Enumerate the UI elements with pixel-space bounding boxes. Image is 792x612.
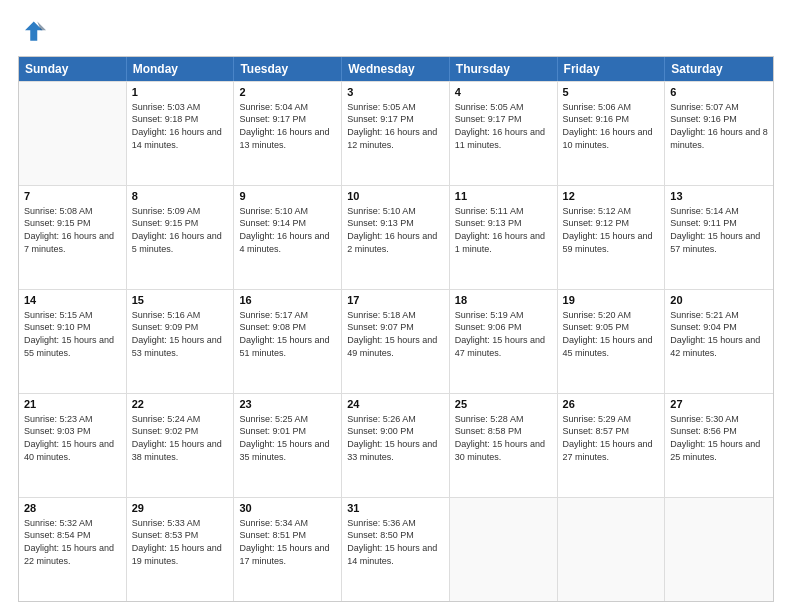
day-info: Sunrise: 5:12 AM Sunset: 9:12 PM Dayligh…: [563, 205, 660, 255]
calendar-row-0: 1Sunrise: 5:03 AM Sunset: 9:18 PM Daylig…: [19, 81, 773, 185]
calendar-cell: 12Sunrise: 5:12 AM Sunset: 9:12 PM Dayli…: [558, 186, 666, 289]
day-info: Sunrise: 5:23 AM Sunset: 9:03 PM Dayligh…: [24, 413, 121, 463]
day-number: 30: [239, 501, 336, 516]
day-info: Sunrise: 5:29 AM Sunset: 8:57 PM Dayligh…: [563, 413, 660, 463]
calendar-cell: 1Sunrise: 5:03 AM Sunset: 9:18 PM Daylig…: [127, 82, 235, 185]
calendar-cell: 16Sunrise: 5:17 AM Sunset: 9:08 PM Dayli…: [234, 290, 342, 393]
day-info: Sunrise: 5:34 AM Sunset: 8:51 PM Dayligh…: [239, 517, 336, 567]
day-number: 6: [670, 85, 768, 100]
calendar-cell: 29Sunrise: 5:33 AM Sunset: 8:53 PM Dayli…: [127, 498, 235, 601]
calendar-cell: 8Sunrise: 5:09 AM Sunset: 9:15 PM Daylig…: [127, 186, 235, 289]
day-info: Sunrise: 5:09 AM Sunset: 9:15 PM Dayligh…: [132, 205, 229, 255]
day-info: Sunrise: 5:08 AM Sunset: 9:15 PM Dayligh…: [24, 205, 121, 255]
day-info: Sunrise: 5:07 AM Sunset: 9:16 PM Dayligh…: [670, 101, 768, 151]
calendar-cell: 31Sunrise: 5:36 AM Sunset: 8:50 PM Dayli…: [342, 498, 450, 601]
day-number: 8: [132, 189, 229, 204]
day-number: 23: [239, 397, 336, 412]
calendar: SundayMondayTuesdayWednesdayThursdayFrid…: [18, 56, 774, 602]
calendar-cell: 15Sunrise: 5:16 AM Sunset: 9:09 PM Dayli…: [127, 290, 235, 393]
day-info: Sunrise: 5:32 AM Sunset: 8:54 PM Dayligh…: [24, 517, 121, 567]
day-number: 17: [347, 293, 444, 308]
calendar-cell: 7Sunrise: 5:08 AM Sunset: 9:15 PM Daylig…: [19, 186, 127, 289]
calendar-cell: 14Sunrise: 5:15 AM Sunset: 9:10 PM Dayli…: [19, 290, 127, 393]
calendar-cell: 4Sunrise: 5:05 AM Sunset: 9:17 PM Daylig…: [450, 82, 558, 185]
calendar-row-4: 28Sunrise: 5:32 AM Sunset: 8:54 PM Dayli…: [19, 497, 773, 601]
day-number: 14: [24, 293, 121, 308]
day-number: 25: [455, 397, 552, 412]
calendar-cell: 6Sunrise: 5:07 AM Sunset: 9:16 PM Daylig…: [665, 82, 773, 185]
calendar-cell: 19Sunrise: 5:20 AM Sunset: 9:05 PM Dayli…: [558, 290, 666, 393]
day-number: 16: [239, 293, 336, 308]
day-info: Sunrise: 5:30 AM Sunset: 8:56 PM Dayligh…: [670, 413, 768, 463]
day-number: 3: [347, 85, 444, 100]
day-number: 26: [563, 397, 660, 412]
day-info: Sunrise: 5:05 AM Sunset: 9:17 PM Dayligh…: [347, 101, 444, 151]
day-number: 7: [24, 189, 121, 204]
calendar-cell: 23Sunrise: 5:25 AM Sunset: 9:01 PM Dayli…: [234, 394, 342, 497]
day-number: 18: [455, 293, 552, 308]
day-number: 10: [347, 189, 444, 204]
calendar-cell: 21Sunrise: 5:23 AM Sunset: 9:03 PM Dayli…: [19, 394, 127, 497]
calendar-cell: 20Sunrise: 5:21 AM Sunset: 9:04 PM Dayli…: [665, 290, 773, 393]
logo-icon: [18, 18, 46, 46]
day-info: Sunrise: 5:21 AM Sunset: 9:04 PM Dayligh…: [670, 309, 768, 359]
day-number: 4: [455, 85, 552, 100]
calendar-cell: [558, 498, 666, 601]
day-number: 22: [132, 397, 229, 412]
calendar-cell: 10Sunrise: 5:10 AM Sunset: 9:13 PM Dayli…: [342, 186, 450, 289]
day-info: Sunrise: 5:26 AM Sunset: 9:00 PM Dayligh…: [347, 413, 444, 463]
day-info: Sunrise: 5:17 AM Sunset: 9:08 PM Dayligh…: [239, 309, 336, 359]
day-info: Sunrise: 5:25 AM Sunset: 9:01 PM Dayligh…: [239, 413, 336, 463]
day-number: 1: [132, 85, 229, 100]
calendar-cell: 2Sunrise: 5:04 AM Sunset: 9:17 PM Daylig…: [234, 82, 342, 185]
calendar-cell: 18Sunrise: 5:19 AM Sunset: 9:06 PM Dayli…: [450, 290, 558, 393]
day-info: Sunrise: 5:18 AM Sunset: 9:07 PM Dayligh…: [347, 309, 444, 359]
day-info: Sunrise: 5:19 AM Sunset: 9:06 PM Dayligh…: [455, 309, 552, 359]
day-info: Sunrise: 5:05 AM Sunset: 9:17 PM Dayligh…: [455, 101, 552, 151]
day-info: Sunrise: 5:10 AM Sunset: 9:13 PM Dayligh…: [347, 205, 444, 255]
header-day-sunday: Sunday: [19, 57, 127, 81]
header-day-friday: Friday: [558, 57, 666, 81]
calendar-cell: [450, 498, 558, 601]
day-info: Sunrise: 5:33 AM Sunset: 8:53 PM Dayligh…: [132, 517, 229, 567]
header-day-tuesday: Tuesday: [234, 57, 342, 81]
day-number: 21: [24, 397, 121, 412]
day-info: Sunrise: 5:28 AM Sunset: 8:58 PM Dayligh…: [455, 413, 552, 463]
day-info: Sunrise: 5:36 AM Sunset: 8:50 PM Dayligh…: [347, 517, 444, 567]
calendar-cell: 17Sunrise: 5:18 AM Sunset: 9:07 PM Dayli…: [342, 290, 450, 393]
day-number: 15: [132, 293, 229, 308]
calendar-cell: 13Sunrise: 5:14 AM Sunset: 9:11 PM Dayli…: [665, 186, 773, 289]
header: [18, 18, 774, 46]
calendar-cell: 5Sunrise: 5:06 AM Sunset: 9:16 PM Daylig…: [558, 82, 666, 185]
calendar-body: 1Sunrise: 5:03 AM Sunset: 9:18 PM Daylig…: [19, 81, 773, 601]
calendar-row-1: 7Sunrise: 5:08 AM Sunset: 9:15 PM Daylig…: [19, 185, 773, 289]
day-info: Sunrise: 5:24 AM Sunset: 9:02 PM Dayligh…: [132, 413, 229, 463]
day-info: Sunrise: 5:14 AM Sunset: 9:11 PM Dayligh…: [670, 205, 768, 255]
day-info: Sunrise: 5:11 AM Sunset: 9:13 PM Dayligh…: [455, 205, 552, 255]
calendar-row-2: 14Sunrise: 5:15 AM Sunset: 9:10 PM Dayli…: [19, 289, 773, 393]
calendar-header: SundayMondayTuesdayWednesdayThursdayFrid…: [19, 57, 773, 81]
day-number: 2: [239, 85, 336, 100]
calendar-cell: [665, 498, 773, 601]
day-number: 24: [347, 397, 444, 412]
calendar-cell: 26Sunrise: 5:29 AM Sunset: 8:57 PM Dayli…: [558, 394, 666, 497]
day-number: 27: [670, 397, 768, 412]
calendar-cell: 28Sunrise: 5:32 AM Sunset: 8:54 PM Dayli…: [19, 498, 127, 601]
logo: [18, 18, 50, 46]
day-info: Sunrise: 5:15 AM Sunset: 9:10 PM Dayligh…: [24, 309, 121, 359]
calendar-cell: 11Sunrise: 5:11 AM Sunset: 9:13 PM Dayli…: [450, 186, 558, 289]
calendar-cell: 27Sunrise: 5:30 AM Sunset: 8:56 PM Dayli…: [665, 394, 773, 497]
header-day-thursday: Thursday: [450, 57, 558, 81]
header-day-monday: Monday: [127, 57, 235, 81]
header-day-wednesday: Wednesday: [342, 57, 450, 81]
calendar-cell: 24Sunrise: 5:26 AM Sunset: 9:00 PM Dayli…: [342, 394, 450, 497]
calendar-cell: [19, 82, 127, 185]
page: SundayMondayTuesdayWednesdayThursdayFrid…: [0, 0, 792, 612]
day-number: 19: [563, 293, 660, 308]
day-info: Sunrise: 5:03 AM Sunset: 9:18 PM Dayligh…: [132, 101, 229, 151]
calendar-cell: 9Sunrise: 5:10 AM Sunset: 9:14 PM Daylig…: [234, 186, 342, 289]
calendar-cell: 30Sunrise: 5:34 AM Sunset: 8:51 PM Dayli…: [234, 498, 342, 601]
day-number: 11: [455, 189, 552, 204]
day-number: 29: [132, 501, 229, 516]
day-info: Sunrise: 5:04 AM Sunset: 9:17 PM Dayligh…: [239, 101, 336, 151]
